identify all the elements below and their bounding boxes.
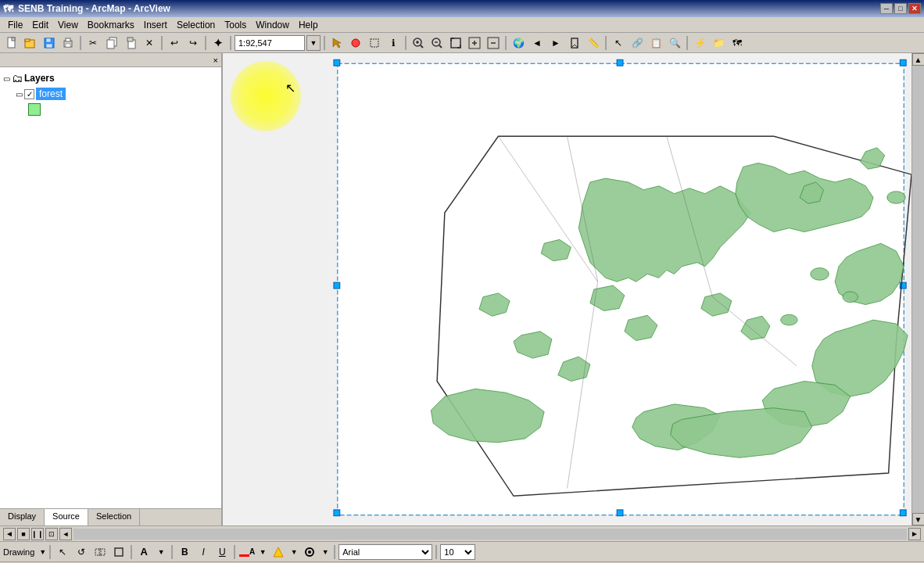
- draw-shape-button[interactable]: [110, 543, 127, 561]
- svg-rect-9: [66, 44, 70, 47]
- arcmap-button[interactable]: 🗺: [729, 34, 746, 52]
- map-view-button1[interactable]: ■: [17, 528, 30, 540]
- tab-display[interactable]: Display: [0, 509, 45, 525]
- map-area[interactable]: ↖: [223, 53, 911, 525]
- map-svg: [223, 53, 911, 525]
- html-popup-button[interactable]: 📋: [647, 34, 664, 52]
- close-button[interactable]: ✕: [908, 3, 921, 14]
- svg-point-15: [352, 39, 360, 47]
- zoom-in-button[interactable]: [410, 34, 427, 52]
- maximize-button[interactable]: □: [894, 3, 907, 14]
- drawing-dropdown-arrow[interactable]: ▼: [39, 548, 46, 556]
- copy-button[interactable]: [103, 34, 120, 52]
- forest-layer-checkbox[interactable]: [24, 89, 34, 99]
- forest-layer-symbol[interactable]: [28, 103, 41, 116]
- arrow-select-button[interactable]: ↖: [54, 543, 71, 561]
- map-view-button2[interactable]: ❙❙: [31, 528, 44, 540]
- pan-forward-button[interactable]: ►: [547, 34, 564, 52]
- forest-expand-icon[interactable]: ▭: [16, 90, 23, 99]
- menu-window[interactable]: Window: [251, 18, 294, 32]
- fixed-zoom-in-button[interactable]: [466, 34, 483, 52]
- save-button[interactable]: [41, 34, 58, 52]
- menu-bookmarks[interactable]: Bookmarks: [83, 18, 139, 32]
- scroll-left-button[interactable]: ◄: [3, 528, 16, 540]
- identify-button[interactable]: ℹ: [385, 34, 402, 52]
- drawing-label: Drawing: [3, 547, 34, 557]
- select-elements-button[interactable]: [347, 34, 364, 52]
- minimize-button[interactable]: ─: [880, 3, 893, 14]
- select-tool-button[interactable]: [328, 34, 346, 52]
- menu-help[interactable]: Help: [294, 18, 323, 32]
- scroll-right-button[interactable]: ►: [908, 528, 921, 540]
- print-button[interactable]: [59, 34, 77, 52]
- add-data-button[interactable]: ✦: [210, 34, 227, 52]
- font-color-dropdown[interactable]: ▼: [257, 544, 268, 560]
- toolbar-sep3: [205, 36, 206, 50]
- bold-button[interactable]: B: [176, 543, 193, 561]
- redo-button[interactable]: ↪: [184, 34, 202, 52]
- arrow-tool-button[interactable]: ↖: [610, 34, 627, 52]
- new-button[interactable]: [3, 34, 20, 52]
- tab-source[interactable]: Source: [45, 509, 88, 525]
- group-button[interactable]: [91, 543, 109, 561]
- menu-tools[interactable]: Tools: [220, 18, 251, 32]
- menu-selection[interactable]: Selection: [172, 18, 220, 32]
- menu-insert[interactable]: Insert: [139, 18, 172, 32]
- main-toolbar: ✂ ✕ ↩ ↪ ✦ ▼ ℹ 🌍 ◄ ► 📏: [0, 33, 924, 53]
- paste-button[interactable]: [122, 34, 139, 52]
- app-icon: 🗺: [3, 3, 13, 15]
- scroll-down-button[interactable]: ▼: [912, 513, 925, 525]
- menu-edit[interactable]: Edit: [27, 18, 53, 32]
- select-rect-button[interactable]: [366, 34, 383, 52]
- text-color-dropdown[interactable]: ▼: [154, 544, 168, 560]
- svg-rect-38: [617, 59, 623, 66]
- hyperlink-button[interactable]: 🔗: [629, 34, 646, 52]
- rotate-button[interactable]: ↺: [73, 543, 90, 561]
- font-size-select[interactable]: 10: [440, 544, 475, 560]
- find-button[interactable]: 🔍: [666, 34, 683, 52]
- svg-rect-55: [95, 549, 101, 555]
- svg-rect-43: [617, 510, 623, 516]
- scale-input[interactable]: [235, 35, 305, 51]
- map-canvas[interactable]: ↖: [223, 53, 911, 525]
- catalog-button[interactable]: 📁: [710, 34, 727, 52]
- svg-rect-42: [334, 510, 340, 516]
- pan-back-button[interactable]: ◄: [528, 34, 546, 52]
- zoom-out-button[interactable]: [428, 34, 446, 52]
- map-view-button3[interactable]: ⊡: [45, 528, 58, 540]
- text-tool-button[interactable]: A: [135, 543, 152, 561]
- scroll-track[interactable]: [912, 66, 924, 513]
- globe-button[interactable]: 🌍: [510, 34, 527, 52]
- editor-button[interactable]: ⚡: [691, 34, 708, 52]
- fill-color-dropdown[interactable]: ▼: [288, 544, 299, 560]
- underline-button[interactable]: U: [213, 543, 231, 561]
- line-color-dropdown[interactable]: ▼: [320, 544, 331, 560]
- font-color-button[interactable]: A: [238, 543, 256, 561]
- font-family-select[interactable]: Arial: [338, 544, 432, 560]
- forest-layer-name[interactable]: forest: [36, 88, 66, 100]
- full-extent-button[interactable]: [447, 34, 464, 52]
- draw-sep4: [234, 545, 235, 559]
- svg-rect-6: [46, 44, 52, 48]
- measure-button[interactable]: 📏: [585, 34, 602, 52]
- toc-close-button[interactable]: ×: [213, 56, 218, 65]
- fixed-zoom-out-button[interactable]: [485, 34, 502, 52]
- menu-view[interactable]: View: [53, 18, 83, 32]
- scroll-up-button[interactable]: ▲: [912, 53, 925, 66]
- italic-button[interactable]: I: [195, 543, 212, 561]
- layers-expand-icon[interactable]: ▭: [3, 74, 10, 83]
- hscroll-track[interactable]: [73, 529, 907, 540]
- undo-button[interactable]: ↩: [166, 34, 183, 52]
- tab-selection[interactable]: Selection: [88, 509, 140, 525]
- delete-button[interactable]: ✕: [141, 34, 158, 52]
- open-button[interactable]: [22, 34, 39, 52]
- menu-file[interactable]: File: [3, 18, 27, 32]
- scale-dropdown[interactable]: ▼: [306, 35, 321, 51]
- forest-layer-row: ▭ forest: [3, 86, 218, 102]
- right-scrollbar[interactable]: ▲ ▼: [911, 53, 924, 525]
- map-view-button4[interactable]: ◄: [59, 528, 72, 540]
- bookmark-button[interactable]: [566, 34, 583, 52]
- fill-color-button[interactable]: [270, 543, 287, 561]
- cut-button[interactable]: ✂: [84, 34, 102, 52]
- line-color-button[interactable]: [301, 543, 318, 561]
